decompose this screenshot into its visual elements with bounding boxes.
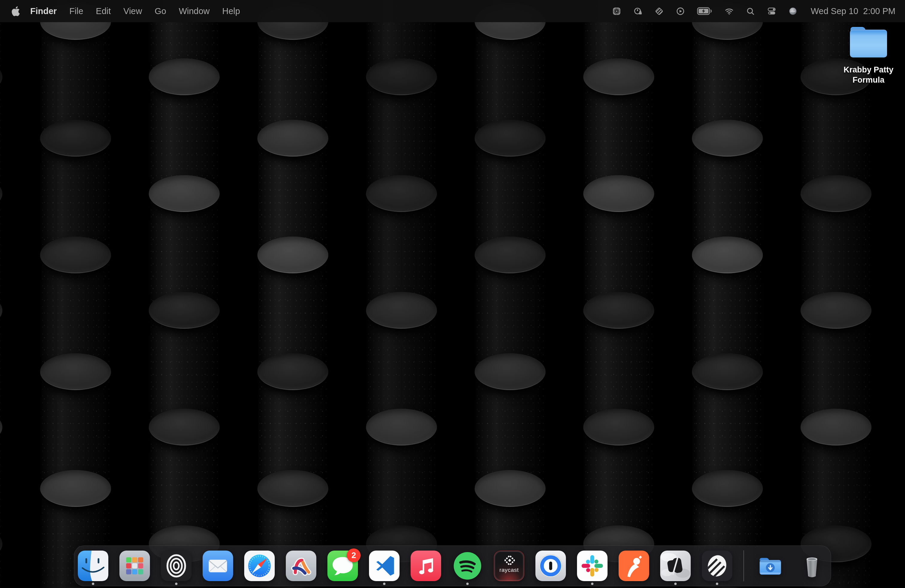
cylinder-top xyxy=(583,175,654,212)
menu-go[interactable]: Go xyxy=(148,0,173,22)
clock-date: Wed Sep 10 xyxy=(811,6,858,16)
cylinder-top xyxy=(0,292,2,329)
dock-dia-icon[interactable] xyxy=(660,551,691,581)
cylinder-top xyxy=(692,120,763,157)
striped-flag-icon[interactable] xyxy=(654,6,664,16)
cylinder-top xyxy=(692,237,763,273)
wallpaper-cylinder-column xyxy=(40,0,111,588)
wallpaper-cylinder-column xyxy=(0,0,2,588)
cylinder-top xyxy=(800,292,872,329)
dock-mail-icon[interactable] xyxy=(203,551,233,581)
menu-view[interactable]: View xyxy=(117,0,148,22)
apple-logo-icon xyxy=(11,5,21,17)
cylinder-top xyxy=(0,58,2,95)
running-indicator-dot xyxy=(175,583,178,585)
wallpaper-cylinder-column xyxy=(692,0,763,588)
cylinder-top xyxy=(366,292,437,329)
menu-bar-status-area: Wed Sep 10 2:00 PM xyxy=(612,6,895,16)
wallpaper-cylinder-column xyxy=(800,0,872,588)
cylinder-top xyxy=(40,587,111,588)
dock-rings-app-icon[interactable] xyxy=(161,551,192,581)
cylinder-top xyxy=(0,408,2,445)
dock-raycast-icon[interactable]: raycast xyxy=(494,551,524,581)
running-indicator-dot xyxy=(466,583,468,585)
cylinder-top xyxy=(475,470,546,507)
wallpaper-cylinder-column xyxy=(475,0,546,588)
cylinder-top xyxy=(257,120,328,157)
cylinder-top xyxy=(149,175,220,212)
cylinder-top xyxy=(583,292,654,329)
cylinder-top xyxy=(257,587,328,588)
cylinder-top xyxy=(40,237,111,273)
lock-dial-icon[interactable] xyxy=(633,6,643,16)
cylinder-top xyxy=(40,470,111,507)
apple-menu[interactable] xyxy=(11,5,21,17)
cylinder-top xyxy=(475,120,546,157)
cylinder-top xyxy=(40,120,111,157)
wifi-icon[interactable] xyxy=(724,6,734,16)
dock-slack-icon[interactable] xyxy=(577,551,608,581)
menu-app-name[interactable]: Finder xyxy=(24,0,63,22)
folder-label: Krabby Patty Formula xyxy=(842,65,895,85)
clock-time: 2:00 PM xyxy=(863,6,895,16)
dock-linear-icon[interactable] xyxy=(702,551,732,581)
cylinder-top xyxy=(475,237,546,273)
menu-bar-left: Finder FileEditViewGoWindowHelp xyxy=(11,0,246,22)
cylinder-top xyxy=(257,470,328,507)
cylinder-top xyxy=(475,353,546,390)
now-playing-icon[interactable] xyxy=(676,6,685,16)
starburst-icon[interactable] xyxy=(612,6,621,16)
cylinder-top xyxy=(149,58,220,95)
dock-launchpad-icon[interactable] xyxy=(119,551,150,581)
desktop-folder-krabby-patty-formula[interactable]: Krabby Patty Formula xyxy=(842,27,895,85)
cylinder-top xyxy=(583,58,654,95)
cylinder-top xyxy=(366,58,437,95)
dock-postman-icon[interactable] xyxy=(619,551,649,581)
dock-onepassword-icon[interactable] xyxy=(535,551,566,581)
cylinder-top xyxy=(366,408,437,445)
dock-music-icon[interactable] xyxy=(411,551,441,581)
dock-separator xyxy=(743,550,744,582)
cylinder-top xyxy=(257,353,328,390)
dock: 2raycast xyxy=(74,545,831,586)
dock-spotify-icon[interactable] xyxy=(452,551,483,581)
cylinder-top xyxy=(475,587,546,588)
dock-trash-icon[interactable] xyxy=(797,551,827,581)
siri-icon[interactable] xyxy=(788,6,797,16)
control-center-icon[interactable] xyxy=(767,6,776,16)
dock-messages-icon[interactable]: 2 xyxy=(327,551,358,581)
wallpaper-cylinder-column xyxy=(583,0,654,588)
spotlight-search-icon[interactable] xyxy=(746,6,755,16)
running-indicator-dot xyxy=(591,583,594,585)
menu-bar: Finder FileEditViewGoWindowHelp Wed Sep … xyxy=(0,0,905,22)
cylinder-top xyxy=(40,353,111,390)
menu-bar-clock[interactable]: Wed Sep 10 2:00 PM xyxy=(811,6,895,16)
cylinder-top xyxy=(692,587,763,588)
dock-finder-icon[interactable] xyxy=(78,551,108,581)
dock-vscode-icon[interactable] xyxy=(369,551,400,581)
folder-icon xyxy=(850,27,887,57)
menu-window[interactable]: Window xyxy=(172,0,216,22)
cylinder-top xyxy=(0,525,2,562)
menu-edit[interactable]: Edit xyxy=(89,0,117,22)
dock-downloads-icon[interactable] xyxy=(755,551,786,581)
cylinder-top xyxy=(800,175,872,212)
dock-arc-icon[interactable] xyxy=(286,551,316,581)
cylinder-top xyxy=(257,237,328,273)
cylinder-top xyxy=(692,470,763,507)
cylinder-top xyxy=(800,408,872,445)
wallpaper-cylinder-column xyxy=(257,0,328,588)
wallpaper-cylinder-column xyxy=(149,0,220,588)
wallpaper-cylinder-column xyxy=(366,0,437,588)
running-indicator-dot xyxy=(674,583,676,585)
cylinder-top xyxy=(692,353,763,390)
menu-help[interactable]: Help xyxy=(216,0,247,22)
battery-charging-icon[interactable] xyxy=(697,7,713,15)
running-indicator-dot xyxy=(383,583,386,585)
cylinder-top xyxy=(149,292,220,329)
cylinder-top xyxy=(0,175,2,212)
dock-safari-icon[interactable] xyxy=(244,551,275,581)
notification-badge: 2 xyxy=(347,548,360,562)
desktop-wallpaper xyxy=(0,0,905,588)
menu-file[interactable]: File xyxy=(63,0,90,22)
